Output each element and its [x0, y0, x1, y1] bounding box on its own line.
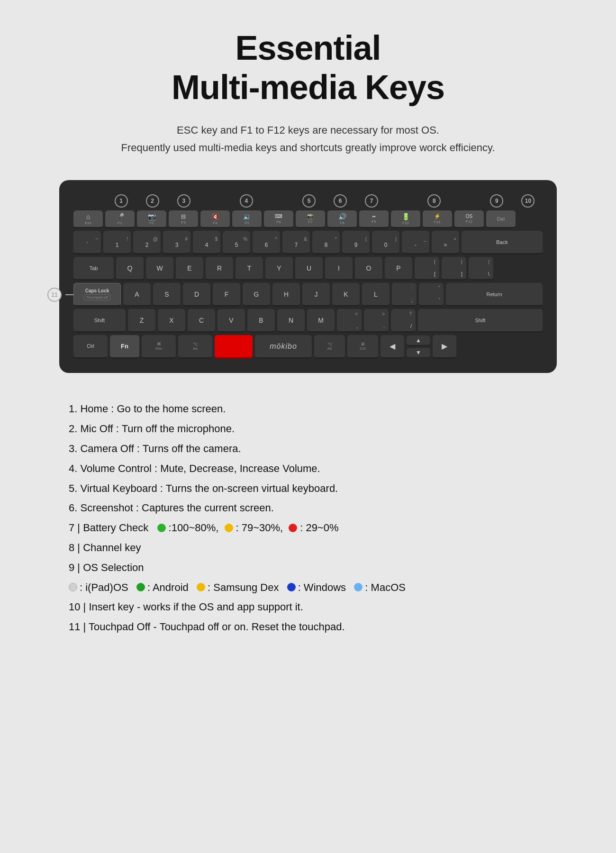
key-ctrl-right: ⊞ Ctrl [347, 335, 378, 359]
callout-2: 2 [146, 194, 159, 208]
key-arrow-left: ◀ [380, 335, 404, 359]
zxcv-row: Shift Z X C V B N M < , > . ? / Shift [73, 309, 543, 333]
dot-macos [354, 583, 362, 591]
dot-battery-green [157, 524, 166, 532]
asdf-row-wrapper: 11 Caps Lock Touchpad off A S D F G H J … [73, 283, 543, 307]
arrow-up-down: ▲ ▼ [407, 336, 430, 358]
key-comma: < , [337, 309, 362, 333]
descriptions-section: 1. Home : Go to the home screen. 2. Mic … [59, 399, 557, 637]
key-f9: ▪▪ F9 [359, 210, 389, 228]
desc-os: : i(Pad)OS : Android : Samsung Dex : Win… [69, 578, 547, 598]
key-4: $ 4 [193, 231, 220, 254]
key-arrow-right: ▶ [433, 335, 456, 359]
key-f3: ⊟ F3 [169, 210, 198, 228]
key-s: S [153, 283, 181, 307]
qwerty-row: Tab Q W E R T Y U I O P { [ } ] | \ [73, 257, 543, 281]
key-f10: 🔋 F10 [391, 210, 420, 228]
key-minus: _ - [402, 231, 429, 254]
callout-6: 6 [334, 194, 347, 208]
key-a: A [123, 283, 151, 307]
key-f11: ⚡ F11 [423, 210, 452, 228]
asdf-row: Caps Lock Touchpad off A S D F G H J K L… [73, 283, 543, 307]
key-arrow-up: ▲ [407, 336, 430, 346]
key-f6: ⌨ F6 [264, 210, 293, 228]
callout-5: 5 [302, 194, 316, 208]
key-g: G [243, 283, 270, 307]
callout-4: 4 [240, 194, 253, 208]
key-u: U [295, 257, 323, 281]
key-shift-right: Shift [418, 309, 543, 333]
bottom-row: Ctrl Fn ⌘ Win ⌥ Alt mökibo ⌥ Alt ⊞ Ctrl … [73, 335, 543, 359]
key-3: # 3 [163, 231, 190, 254]
callout-9: 9 [490, 194, 503, 208]
key-h: H [272, 283, 300, 307]
desc-6: 6. Screenshot : Captures the current scr… [69, 498, 547, 518]
dot-windows [287, 583, 296, 591]
desc-5: 5. Virtual Keyboard : Turns the on-scree… [69, 479, 547, 499]
key-alt-left: ⌥ Alt [178, 335, 212, 359]
key-space [215, 335, 253, 359]
number-row: ~ ` ! 1 @ 2 # 3 $ 4 % 5 ^ 6 & 7 [73, 231, 543, 254]
key-l: L [362, 283, 390, 307]
key-arrow-down: ▼ [407, 348, 430, 358]
key-r: R [206, 257, 233, 281]
key-x: X [158, 309, 185, 333]
key-f12: OS F12 [454, 210, 484, 228]
callout-10: 10 [521, 194, 534, 208]
desc-4: 4. Volume Control : Mute, Decrease, Incr… [69, 459, 547, 479]
key-period: > . [364, 309, 389, 333]
key-f8: 🔊 F8 [327, 210, 357, 228]
key-t: T [236, 257, 263, 281]
key-equal: + = [432, 231, 459, 254]
key-5: % 5 [223, 231, 250, 254]
key-d: D [183, 283, 210, 307]
key-return: Return [446, 283, 543, 307]
key-y: Y [265, 257, 293, 281]
subtitle: ESC key and F1 to F12 keys are necessary… [121, 121, 495, 157]
desc-3: 3. Camera Off : Turns off the camera. [69, 439, 547, 459]
key-f: F [213, 283, 240, 307]
desc-8: 8 | Channel key [69, 538, 547, 558]
dot-android [136, 583, 145, 591]
key-v: V [217, 309, 245, 333]
keyboard-diagram: 1 2 3 4 5 6 7 8 [59, 180, 557, 373]
callout-11: 11 [47, 288, 75, 302]
key-0: ) 0 [372, 231, 399, 254]
key-f2: 📷 F2 [137, 210, 166, 228]
desc-7: 7 | Battery Check :100~80%, : 79~30%, : … [69, 518, 547, 538]
key-i: I [325, 257, 353, 281]
key-del: Del [486, 210, 516, 228]
desc-11: 11 | Touchpad Off - Touchpad off or on. … [69, 617, 547, 637]
key-c: C [188, 309, 215, 333]
key-z: Z [128, 309, 155, 333]
key-p: P [385, 257, 412, 281]
key-o: O [355, 257, 382, 281]
key-ctrl-left: Ctrl [73, 335, 108, 359]
page-title: Essential Multi-media Keys [172, 28, 444, 107]
key-brand: mökibo [255, 335, 312, 359]
dot-ipad-os [69, 583, 77, 591]
key-rbracket: } ] [442, 257, 466, 281]
key-capslock: Caps Lock Touchpad off [73, 283, 121, 307]
callout-7: 7 [365, 194, 378, 208]
key-quote: " ' [419, 283, 444, 307]
key-slash: ? / [391, 309, 416, 333]
desc-2: 2. Mic Off : Turn off the microphone. [69, 419, 547, 439]
key-1: ! 1 [103, 231, 131, 254]
callout-1: 1 [115, 194, 128, 208]
key-backslash: | \ [469, 257, 493, 281]
key-b: B [247, 309, 275, 333]
key-lbracket: { [ [415, 257, 439, 281]
key-n: N [277, 309, 305, 333]
key-esc: ⌂ Esc [73, 210, 103, 228]
dot-samsung-dex [197, 583, 205, 591]
key-8: * 8 [312, 231, 340, 254]
callout-8: 8 [427, 194, 441, 208]
dot-battery-yellow [225, 524, 233, 532]
key-7: & 7 [282, 231, 310, 254]
key-fn-bottom: Fn [110, 335, 139, 359]
key-k: K [332, 283, 360, 307]
key-backtick: ~ ` [73, 231, 101, 254]
key-shift-left: Shift [73, 309, 126, 333]
callout-3: 3 [177, 194, 190, 208]
